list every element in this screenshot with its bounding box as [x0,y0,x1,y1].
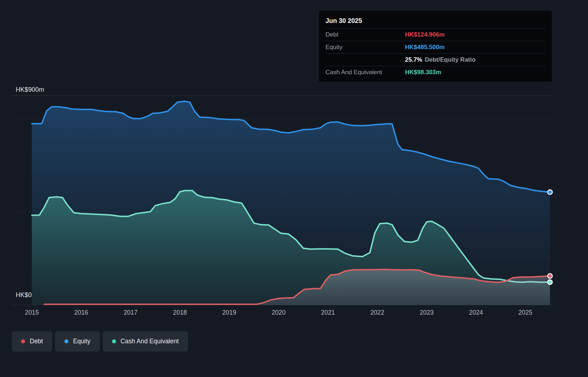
tooltip-equity-label: Equity [326,44,405,51]
x-axis-tick-labels: 2015201620172018201920202021202220232024… [25,309,532,316]
equity-legend-dot-icon [64,339,68,343]
series-areas [32,101,550,305]
tooltip: Jun 30 2025 Debt HK$124.906m Equity HK$4… [319,11,552,82]
legend-item-cash[interactable]: Cash And Equivalent [103,331,188,352]
tooltip-equity-value: HK$485.500m [405,44,445,51]
legend-item-label: Debt [30,338,43,345]
x-tick-2019: 2019 [222,309,236,316]
x-tick-2023: 2023 [420,309,434,316]
tooltip-cash-value: HK$98.303m [405,69,441,76]
debt-legend-dot-icon [21,339,25,343]
x-tick-2024: 2024 [469,309,483,316]
legend-item-label: Equity [73,338,91,345]
legend: Debt Equity Cash And Equivalent [12,331,188,352]
x-tick-2016: 2016 [74,309,88,316]
x-tick-2025: 2025 [519,309,532,316]
x-tick-2017: 2017 [124,309,138,316]
debt-equity-history-page: HK$900m HK$0 201520162017201820192020202… [0,0,588,377]
x-tick-2018: 2018 [173,309,187,316]
tooltip-ratio-value-group: 25.7%Debt/Equity Ratio [405,56,476,63]
tooltip-row-cash: Cash And Equivalent HK$98.303m [326,66,545,78]
legend-item-equity[interactable]: Equity [55,331,100,352]
x-tick-2020: 2020 [272,309,286,316]
tooltip-row-debt: Debt HK$124.906m [326,28,545,41]
legend-item-debt[interactable]: Debt [12,331,52,352]
tooltip-row-equity: Equity HK$485.500m [326,41,545,53]
x-tick-2022: 2022 [370,309,384,316]
cash-end-marker [548,280,552,285]
x-tick-2015: 2015 [25,309,39,316]
debt-end-marker [548,273,552,278]
equity-end-marker [548,190,552,195]
cash-legend-dot-icon [112,339,116,343]
tooltip-ratio-value: 25.7% [405,56,422,63]
tooltip-debt-value: HK$124.906m [405,31,445,38]
tooltip-ratio-label: Debt/Equity Ratio [425,56,476,63]
tooltip-date: Jun 30 2025 [326,14,545,28]
x-tick-2021: 2021 [321,309,335,316]
tooltip-row-ratio: 25.7%Debt/Equity Ratio [326,53,545,66]
tooltip-debt-label: Debt [326,31,405,38]
tooltip-cash-label: Cash And Equivalent [326,69,405,76]
legend-item-label: Cash And Equivalent [121,338,179,345]
